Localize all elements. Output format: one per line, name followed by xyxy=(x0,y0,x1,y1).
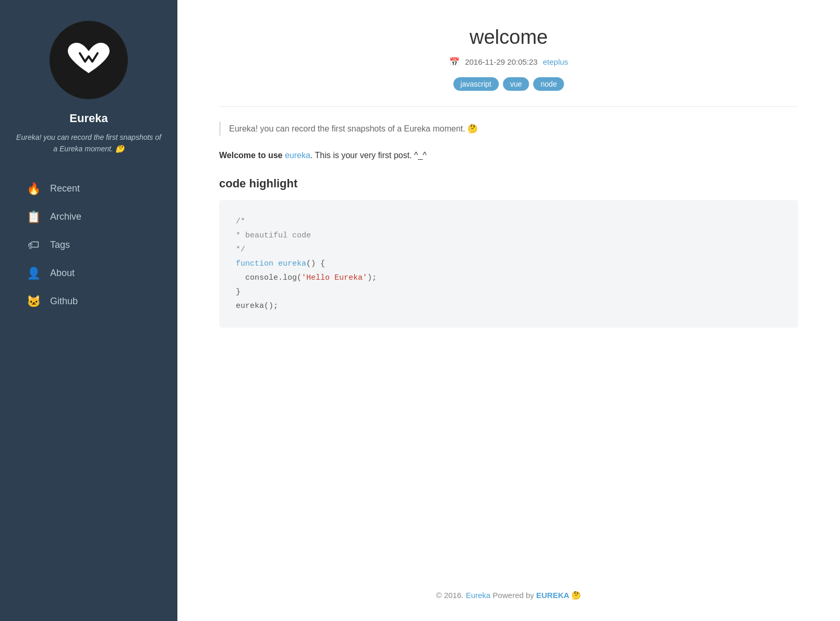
tag-javascript[interactable]: javascript xyxy=(453,77,499,91)
code-block: /* * beautiful code */ function eureka()… xyxy=(219,200,798,328)
post-tags: javascript vue node xyxy=(219,77,798,91)
post-date: 2016-11-29 20:05:23 xyxy=(465,57,537,66)
code-line-5: console.log('Hello Eureka'); xyxy=(236,271,782,285)
code-line-4: function eureka() { xyxy=(236,257,782,271)
footer-copy: © 2016. xyxy=(436,591,464,600)
code-line-6: } xyxy=(236,285,782,299)
calendar-icon: 📅 xyxy=(449,57,460,67)
footer: © 2016. Eureka Powered by EUREKA 🤔 xyxy=(219,575,798,600)
tags-icon: 🏷 xyxy=(26,238,41,252)
avatar xyxy=(50,21,128,99)
code-line-3: */ xyxy=(236,243,782,257)
post-intro: Eureka! you can record the first snapsho… xyxy=(219,122,798,136)
post-author[interactable]: eteplus xyxy=(543,57,568,66)
sidebar-item-tags[interactable]: 🏷 Tags xyxy=(10,232,167,258)
footer-emoji: 🤔 xyxy=(571,591,581,600)
sidebar-item-recent[interactable]: 🔥 Recent xyxy=(10,176,167,202)
tag-node[interactable]: node xyxy=(533,77,564,91)
recent-icon: 🔥 xyxy=(26,182,41,196)
sidebar-label-archive: Archive xyxy=(50,211,81,222)
footer-brand[interactable]: EUREKA xyxy=(536,591,569,600)
logo-icon xyxy=(65,42,112,78)
tag-vue[interactable]: vue xyxy=(503,77,530,91)
post-body-link[interactable]: eureka xyxy=(285,151,310,160)
sidebar-label-github: Github xyxy=(50,296,78,307)
sidebar-item-github[interactable]: 🐱 Github xyxy=(10,289,167,315)
code-line-1: /* xyxy=(236,214,782,229)
site-tagline: Eureka! you can record the first snapsho… xyxy=(10,132,167,155)
post-body-prefix: Welcome to use xyxy=(219,151,285,160)
post-body: Welcome to use eureka. This is your very… xyxy=(219,148,798,162)
sidebar-label-about: About xyxy=(50,268,75,279)
github-icon: 🐱 xyxy=(26,295,41,308)
code-line-7: eureka(); xyxy=(236,299,782,313)
nav-menu: 🔥 Recent 📋 Archive 🏷 Tags 👤 About 🐱 Gith… xyxy=(10,176,167,315)
sidebar-label-tags: Tags xyxy=(50,240,70,250)
post-meta: 📅 2016-11-29 20:05:23 eteplus xyxy=(219,57,798,67)
sidebar-item-about[interactable]: 👤 About xyxy=(10,260,167,286)
sidebar: Eureka Eureka! you can record the first … xyxy=(0,0,177,621)
code-section-title: code highlight xyxy=(219,177,798,190)
sidebar-item-archive[interactable]: 📋 Archive xyxy=(10,204,167,230)
site-name: Eureka xyxy=(69,112,107,125)
post-divider xyxy=(219,106,798,107)
main-content: welcome 📅 2016-11-29 20:05:23 eteplus ja… xyxy=(177,0,840,621)
sidebar-label-recent: Recent xyxy=(50,183,80,194)
footer-link[interactable]: Eureka xyxy=(466,591,491,600)
post-intro-text: Eureka! you can record the first snapsho… xyxy=(229,124,478,133)
footer-powered: Powered by xyxy=(493,591,536,600)
post-body-suffix: . This is your very first post. ^_^ xyxy=(310,151,427,160)
about-icon: 👤 xyxy=(26,267,41,280)
code-line-2: * beautiful code xyxy=(236,229,782,243)
post-title: welcome xyxy=(219,26,798,49)
archive-icon: 📋 xyxy=(26,210,41,224)
